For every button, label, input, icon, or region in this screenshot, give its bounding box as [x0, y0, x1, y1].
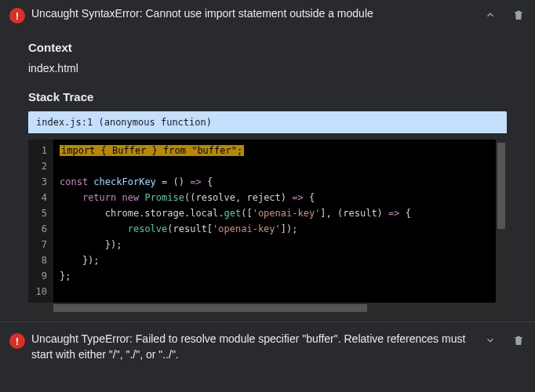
context-section: Context index.html — [0, 30, 535, 79]
line-number: 5 — [33, 205, 47, 221]
error-message: Uncaught TypeError: Failed to resolve mo… — [31, 332, 477, 362]
line-number: 10 — [33, 284, 47, 299]
code-line: }); — [60, 237, 500, 252]
error-row: ! Uncaught SyntaxError: Cannot use impor… — [0, 0, 535, 30]
code-content: import { Buffer } from "buffer";const ch… — [53, 140, 507, 303]
horizontal-scrollbar[interactable] — [28, 303, 507, 314]
line-number: 6 — [33, 221, 47, 237]
line-number: 4 — [33, 190, 47, 205]
error-message: Uncaught SyntaxError: Cannot use import … — [31, 6, 477, 22]
code-line: return new Promise((resolve, reject) => … — [60, 190, 500, 205]
trash-icon[interactable] — [511, 333, 526, 347]
line-number: 3 — [33, 174, 47, 190]
chevron-down-icon[interactable] — [483, 333, 497, 347]
error-icon: ! — [9, 333, 25, 349]
code-line: chrome.storage.local.get(['openai-key'],… — [60, 205, 500, 221]
context-heading: Context — [28, 41, 507, 54]
code-line: const checkForKey = () => { — [60, 174, 500, 190]
vertical-scrollbar-thumb[interactable] — [497, 143, 505, 229]
error-actions — [483, 8, 526, 22]
error-row: ! Uncaught TypeError: Failed to resolve … — [0, 321, 535, 372]
code-line: }); — [60, 252, 500, 268]
stack-trace-section: Stack Trace index.js:1 (anonymous functi… — [0, 79, 535, 315]
code-gutter: 12345678910 — [28, 140, 53, 303]
code-line: resolve(result['openai-key']); — [60, 221, 500, 237]
line-number: 9 — [33, 268, 47, 284]
error-actions — [483, 333, 526, 347]
code-line: }; — [60, 268, 500, 284]
line-number: 2 — [33, 158, 47, 174]
line-number: 1 — [33, 143, 47, 158]
horizontal-scrollbar-thumb[interactable] — [53, 304, 367, 312]
code-line — [60, 158, 500, 174]
stack-trace-location[interactable]: index.js:1 (anonymous function) — [28, 111, 507, 133]
line-number: 8 — [33, 252, 47, 268]
line-number: 7 — [33, 237, 47, 252]
error-icon: ! — [9, 8, 25, 24]
code-line — [60, 284, 500, 299]
code-line: import { Buffer } from "buffer"; — [60, 143, 500, 158]
stack-trace-heading: Stack Trace — [28, 90, 507, 103]
code-block: 12345678910 import { Buffer } from "buff… — [28, 140, 507, 303]
trash-icon[interactable] — [511, 8, 526, 22]
vertical-scrollbar[interactable] — [496, 140, 507, 303]
chevron-up-icon[interactable] — [483, 8, 497, 22]
context-file: index.html — [28, 62, 507, 74]
